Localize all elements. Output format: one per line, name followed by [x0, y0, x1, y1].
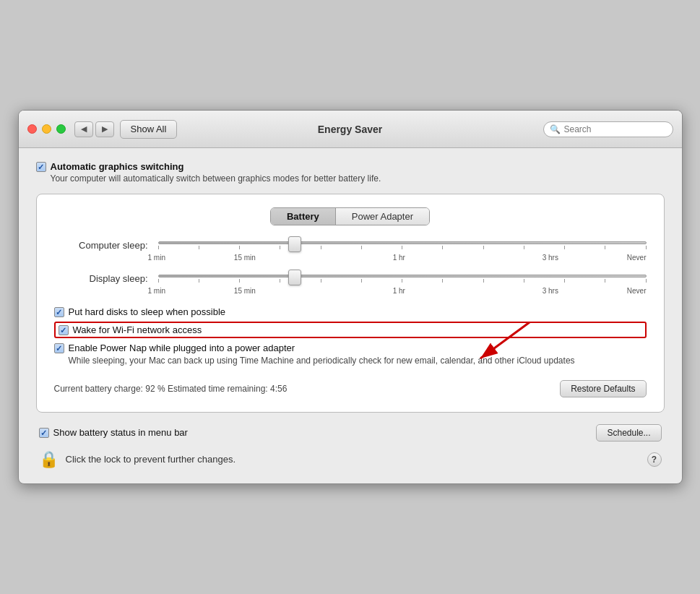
tick — [361, 279, 362, 283]
computer-sleep-tick-labels: 1 min 15 min 1 hr 3 hrs Never — [54, 254, 647, 262]
tick — [442, 246, 443, 249]
main-window: ◀ ▶ Show All Energy Saver 🔍 Automatic gr… — [18, 110, 683, 484]
tick-label: Never — [627, 254, 647, 262]
wake-wifi-row: Wake for Wi-Fi network access — [54, 322, 647, 338]
close-button[interactable] — [27, 124, 37, 134]
show-battery-checkbox[interactable] — [39, 428, 49, 438]
settings-panel: Battery Power Adapter Computer sleep: — [36, 194, 665, 413]
tick — [402, 246, 402, 249]
tick — [321, 279, 321, 283]
tab-group: Battery Power Adapter — [270, 207, 430, 225]
traffic-lights — [27, 124, 66, 134]
tick-label: 1 hr — [393, 287, 405, 295]
nav-buttons: ◀ ▶ — [74, 121, 114, 137]
display-sleep-slider-container — [158, 275, 647, 283]
tick-label: Never — [627, 287, 647, 295]
auto-graphics-subtitle: Your computer will automatically switch … — [51, 173, 381, 184]
tick — [564, 246, 565, 249]
display-sleep-ticks — [158, 279, 647, 283]
tab-battery[interactable]: Battery — [271, 208, 336, 225]
tick — [239, 246, 240, 249]
tick-label: 3 hrs — [543, 287, 558, 295]
schedule-button[interactable]: Schedule... — [596, 424, 661, 442]
bottom-section: Show battery status in menu bar Schedule… — [36, 424, 665, 442]
tab-bar: Battery Power Adapter — [54, 207, 647, 225]
tab-power-adapter[interactable]: Power Adapter — [336, 208, 429, 225]
status-row: Current battery charge: 92 % Estimated t… — [54, 380, 647, 397]
help-button[interactable]: ? — [647, 452, 662, 467]
tick — [361, 246, 362, 249]
lock-text: Click the lock to prevent further change… — [66, 454, 236, 465]
tick-label: 1 min — [148, 254, 165, 262]
show-battery-row: Show battery status in menu bar — [39, 427, 188, 438]
show-all-button[interactable]: Show All — [120, 120, 178, 139]
power-nap-row: Enable Power Nap while plugged into a po… — [54, 343, 647, 367]
lock-icon[interactable]: 🔒 — [39, 450, 59, 469]
tick — [158, 279, 159, 283]
tick — [483, 246, 484, 249]
lock-row: 🔒 Click the lock to prevent further chan… — [36, 450, 665, 469]
tick — [524, 279, 524, 283]
computer-sleep-slider-container — [158, 241, 647, 249]
auto-graphics-section: Automatic graphics switching Your comput… — [36, 161, 665, 184]
hard-disk-sleep-label: Put hard disks to sleep when possible — [69, 306, 226, 317]
tick — [199, 279, 199, 283]
power-nap-sublabel: While sleeping, your Mac can back up usi… — [69, 355, 575, 367]
computer-sleep-section: Computer sleep: — [54, 240, 647, 262]
restore-defaults-button[interactable]: Restore Defaults — [560, 380, 646, 397]
tick-label: 15 min — [234, 287, 256, 295]
tick — [442, 279, 443, 283]
computer-sleep-label: Computer sleep: — [54, 240, 148, 251]
hard-disk-sleep-row: Put hard disks to sleep when possible — [54, 306, 647, 317]
display-sleep-section: Display sleep: — [54, 273, 647, 295]
auto-graphics-checkbox[interactable] — [36, 162, 46, 172]
tick-label: 3 hrs — [543, 254, 558, 262]
display-sleep-thumb[interactable] — [288, 270, 301, 285]
display-sleep-row: Display sleep: — [54, 273, 647, 284]
show-battery-label: Show battery status in menu bar — [53, 427, 188, 438]
display-sleep-track[interactable] — [158, 275, 647, 277]
tick — [158, 246, 159, 249]
tick-label: 1 min — [148, 287, 165, 295]
display-sleep-tick-labels: 1 min 15 min 1 hr 3 hrs Never — [54, 287, 647, 295]
tick-label: 15 min — [234, 254, 256, 262]
computer-sleep-track[interactable] — [158, 241, 647, 244]
wake-wifi-checkbox[interactable] — [59, 325, 69, 335]
power-nap-checkbox[interactable] — [54, 343, 64, 353]
search-input[interactable] — [564, 124, 667, 134]
tick — [483, 279, 484, 283]
tick — [321, 246, 321, 249]
computer-sleep-ticks — [158, 246, 647, 249]
display-sleep-label: Display sleep: — [54, 273, 148, 284]
computer-sleep-row: Computer sleep: — [54, 240, 647, 251]
back-button[interactable]: ◀ — [74, 121, 93, 137]
battery-status: Current battery charge: 92 % Estimated t… — [54, 384, 288, 394]
tick — [280, 246, 280, 249]
window-title: Energy Saver — [318, 124, 383, 135]
tick — [564, 279, 565, 283]
tick — [524, 246, 524, 249]
tick — [402, 279, 402, 283]
power-nap-text: Enable Power Nap while plugged into a po… — [69, 343, 575, 367]
hard-disk-sleep-checkbox[interactable] — [54, 307, 64, 317]
computer-sleep-thumb[interactable] — [288, 236, 301, 252]
tick — [239, 279, 240, 283]
titlebar: ◀ ▶ Show All Energy Saver 🔍 — [19, 111, 682, 148]
content-area: Automatic graphics switching Your comput… — [19, 148, 682, 483]
tick — [199, 246, 199, 249]
tick — [605, 246, 605, 249]
tick-label: 1 hr — [393, 254, 405, 262]
auto-graphics-text: Automatic graphics switching Your comput… — [51, 161, 381, 184]
forward-button[interactable]: ▶ — [95, 121, 114, 137]
tick — [280, 279, 280, 283]
tick — [605, 279, 605, 283]
search-box[interactable]: 🔍 — [543, 121, 673, 137]
search-icon: 🔍 — [550, 124, 561, 134]
tick — [646, 246, 647, 249]
wake-wifi-label: Wake for Wi-Fi network access — [73, 324, 202, 335]
maximize-button[interactable] — [56, 124, 66, 134]
minimize-button[interactable] — [42, 124, 51, 134]
auto-graphics-title: Automatic graphics switching — [51, 161, 381, 172]
power-nap-label: Enable Power Nap while plugged into a po… — [69, 343, 295, 353]
tick — [646, 279, 647, 283]
